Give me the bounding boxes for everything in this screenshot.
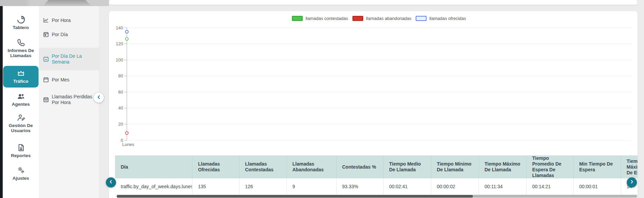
chevron-left-icon xyxy=(109,179,113,185)
gears-icon xyxy=(17,166,25,174)
table-scroll-right-button[interactable] xyxy=(627,177,637,188)
area-chart-icon xyxy=(17,69,25,77)
column-header: Tiempo Máximo De Espera xyxy=(621,155,638,178)
data-point[interactable] xyxy=(125,30,128,33)
sidebar-collapse-button[interactable] xyxy=(94,93,104,103)
sidebar-item-label: Tráfico xyxy=(3,79,39,84)
secondary-sidebar: Por Hora Por Día Por Día De La Semana Po… xyxy=(39,6,99,198)
submenu-item-por-dia-de-la-semana[interactable]: Por Día De La Semana xyxy=(39,48,99,70)
submenu-item-label: Por Mes xyxy=(52,77,69,83)
primary-sidebar: Tablero Informes De Llamadas Tráfico Age… xyxy=(3,6,39,198)
legend-label: llamadas abandonadas xyxy=(366,16,411,21)
table-cell: 00:11:34 xyxy=(479,178,526,195)
svg-text:Lunes: Lunes xyxy=(122,142,134,147)
svg-text:120: 120 xyxy=(116,41,123,46)
window-edge-strip xyxy=(0,0,3,198)
browser-chrome-band xyxy=(0,0,109,6)
table-cell: 00:00:01 xyxy=(573,178,621,195)
sidebar-item-tablero[interactable]: Tablero xyxy=(3,16,39,30)
column-header: Tiempo Promedio De Espera De Llamadas xyxy=(526,155,573,178)
data-point[interactable] xyxy=(125,131,128,134)
legend-item[interactable]: llamadas abandonadas xyxy=(352,16,411,21)
submenu-item-label: Por Hora xyxy=(52,18,71,23)
calendar-minus-icon xyxy=(43,56,49,62)
table-cell: 135 xyxy=(192,178,239,195)
legend-item[interactable]: llamadas ofrecidas xyxy=(416,16,466,21)
svg-text:40: 40 xyxy=(118,105,123,110)
submenu-item-por-dia[interactable]: Por Día xyxy=(39,28,99,41)
legend-swatch xyxy=(416,16,427,21)
submenu-item-por-hora[interactable]: Por Hora xyxy=(39,14,99,26)
submenu-item-por-mes[interactable]: Por Mes xyxy=(39,74,99,86)
table-cell: 00:00:02 xyxy=(431,178,479,195)
calendar-icon xyxy=(43,77,49,82)
calendar-grid-icon xyxy=(43,97,49,102)
sidebar-item-label: Reportes xyxy=(3,153,39,158)
agents-icon xyxy=(17,92,25,100)
data-point[interactable] xyxy=(125,38,128,40)
sidebar-item-gestion-de-usuarios[interactable]: Gestión De Usuarios xyxy=(3,114,39,133)
sidebar-item-label: Gestión De Usuarios xyxy=(3,123,39,133)
app-window: Tablero Informes De Llamadas Tráfico Age… xyxy=(0,0,644,198)
table-horizontal-scrollbar[interactable] xyxy=(117,195,637,198)
submenu-item-label: Llamadas Perdidas Por Hora xyxy=(52,94,96,105)
column-header: Día xyxy=(115,155,192,178)
pie-chart-icon xyxy=(17,16,25,24)
user-edit-icon xyxy=(17,114,25,122)
column-header: Llamadas Contestadas xyxy=(239,155,286,178)
submenu-item-label: Por Día xyxy=(52,32,68,38)
report-file-icon xyxy=(17,144,25,152)
svg-text:80: 80 xyxy=(118,73,123,78)
legend-swatch xyxy=(352,16,363,21)
sidebar-item-informes-de-llamadas[interactable]: Informes De Llamadas xyxy=(3,39,39,58)
table-scroll-left-button[interactable] xyxy=(106,177,116,188)
chart-legend: llamadas contestadasllamadas abandonadas… xyxy=(127,16,631,21)
background-tab-shape xyxy=(43,0,91,6)
column-header: Tiempo Mínimo De Llamada xyxy=(431,155,479,178)
table-row: traffic.by_day_of_week.days.lunes1351269… xyxy=(115,178,638,195)
calendar-day-icon xyxy=(43,32,49,37)
sidebar-item-trafico[interactable]: Tráfico xyxy=(3,66,39,88)
column-header: Tiempo Medio De Llamada xyxy=(383,155,431,178)
legend-swatch xyxy=(292,16,303,21)
svg-text:140: 140 xyxy=(116,25,123,30)
sidebar-item-reportes[interactable]: Reportes xyxy=(3,144,39,158)
line-chart-icon xyxy=(43,18,49,23)
column-header: Contestadas % xyxy=(336,155,383,178)
legend-label: llamadas contestadas xyxy=(305,16,348,21)
legend-item[interactable]: llamadas contestadas xyxy=(292,16,348,21)
column-header: Tiempo Máximo De Llamada xyxy=(479,155,526,178)
submenu-item-llamadas-perdidas-por-hora[interactable]: Llamadas Perdidas Por Hora xyxy=(39,90,99,109)
sidebar-item-ajustes[interactable]: Ajustes xyxy=(3,166,39,181)
table-cell: 126 xyxy=(239,178,286,195)
sidebar-item-label: Informes De Llamadas xyxy=(3,48,39,58)
sidebar-item-label: Tablero xyxy=(3,25,39,30)
legend-label: llamadas ofrecidas xyxy=(429,16,466,21)
submenu-item-label: Por Día De La Semana xyxy=(52,53,96,65)
sidebar-item-label: Agentes xyxy=(3,102,39,107)
table-cell: traffic.by_day_of_week.days.lunes xyxy=(115,178,192,195)
table-cell: 9 xyxy=(286,178,336,195)
chevron-right-icon xyxy=(629,179,634,185)
table-cell: 00:02:41 xyxy=(383,178,431,195)
traffic-chart: 020406080100120140Lunes xyxy=(109,21,638,156)
stats-table-wrap[interactable]: DíaLlamadas OfrecidasLlamadas Contestada… xyxy=(115,155,638,198)
table-cell: 00:14:21 xyxy=(526,178,573,195)
stats-table: DíaLlamadas OfrecidasLlamadas Contestada… xyxy=(115,155,638,195)
svg-text:20: 20 xyxy=(118,122,123,127)
sidebar-item-agentes[interactable]: Agentes xyxy=(3,92,39,107)
scrollbar-thumb[interactable] xyxy=(117,195,473,198)
report-card: llamadas contestadasllamadas abandonadas… xyxy=(109,11,638,198)
table-cell: 93.33% xyxy=(336,178,383,195)
svg-text:60: 60 xyxy=(118,90,123,95)
column-header: Llamadas Abandonadas xyxy=(286,155,336,178)
column-header: Min Tiempo De Espera xyxy=(573,155,621,178)
svg-text:100: 100 xyxy=(116,57,123,63)
phone-icon xyxy=(17,39,25,47)
sidebar-item-label: Ajustes xyxy=(3,176,39,181)
chevron-left-icon xyxy=(96,95,101,101)
column-header: Llamadas Ofrecidas xyxy=(192,155,239,178)
filters-card-edge xyxy=(109,0,638,5)
